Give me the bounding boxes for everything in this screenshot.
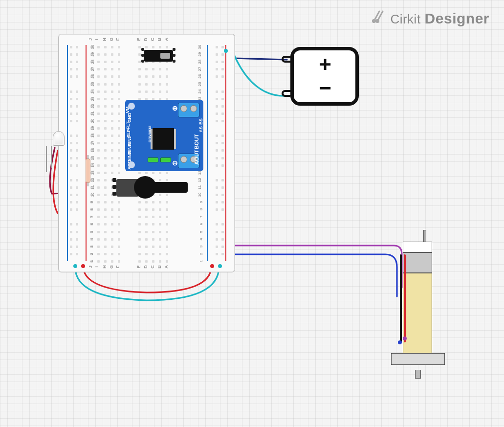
potentiometer[interactable] bbox=[116, 176, 189, 199]
led-anode-leg bbox=[46, 146, 47, 172]
bb-row-num: 30 bbox=[198, 45, 202, 49]
bb-col-letter: D bbox=[144, 265, 148, 269]
drv8833-driver-board[interactable]: /* decorative only */ VM GND FLT SLP BIN… bbox=[125, 100, 203, 171]
bb-col-letter: I bbox=[95, 266, 99, 268]
bb-row-num: 8 bbox=[199, 208, 203, 210]
bb-row-num: 6 bbox=[199, 223, 203, 225]
bb-col-letter: I bbox=[95, 39, 99, 40]
bb-row-num: 23 bbox=[91, 96, 95, 101]
bb-row-num: 27 bbox=[91, 67, 95, 71]
rail-node-teal bbox=[224, 49, 228, 53]
bb-col-letter: B bbox=[157, 265, 162, 269]
bb-col-letter: H bbox=[103, 38, 107, 41]
bb-col-letter: C bbox=[151, 265, 155, 269]
rail-node-red-l bbox=[81, 264, 85, 268]
bb-row-num: 16 bbox=[91, 148, 95, 153]
bb-row-num: 7 bbox=[199, 216, 203, 218]
bb-row-num: 7 bbox=[90, 216, 94, 218]
bb-row-num: 13 bbox=[91, 170, 95, 175]
rail-node-red-b bbox=[210, 264, 214, 268]
battery-plus-icon: + bbox=[319, 54, 331, 75]
bb-row-num: 27 bbox=[198, 67, 202, 71]
bb-row-num: 2 bbox=[199, 253, 203, 255]
bus-rail-gnd-left bbox=[67, 45, 68, 261]
bb-row-num: 5 bbox=[90, 230, 94, 232]
drv-pin-aout: AOUT bbox=[194, 150, 199, 165]
bb-col-letter: J bbox=[88, 266, 93, 268]
bb-row-num: 8 bbox=[90, 208, 94, 210]
bb-row-num: 11 bbox=[198, 185, 202, 190]
bb-row-num: 29 bbox=[198, 52, 202, 57]
bb-col-letter: G bbox=[110, 38, 114, 41]
led-cathode-leg bbox=[51, 146, 52, 168]
motor-lead-black bbox=[400, 254, 402, 342]
bb-col-letter: J bbox=[88, 38, 93, 41]
bb-col-letter: F bbox=[116, 266, 120, 269]
bb-row-num: 20 bbox=[91, 119, 95, 123]
rail-node-teal-l bbox=[73, 264, 77, 268]
bb-row-num: 9 bbox=[199, 201, 203, 203]
bb-row-num: 11 bbox=[91, 185, 95, 190]
battery-terminal-neg bbox=[282, 90, 290, 97]
drv8833-chip bbox=[153, 128, 174, 150]
drv-pin-flt: FLT bbox=[126, 122, 131, 130]
bb-col-letter: C bbox=[151, 38, 155, 41]
bb-col-letter: E bbox=[137, 265, 141, 268]
drv-pin-as: AS bbox=[199, 126, 203, 133]
bb-row-num: 1 bbox=[90, 260, 94, 262]
bb-col-letter: E bbox=[137, 38, 141, 41]
bb-row-num: 24 bbox=[198, 89, 202, 93]
rail-node-teal-b bbox=[218, 264, 222, 268]
battery-minus-icon: − bbox=[319, 77, 331, 99]
bb-col-letter: D bbox=[144, 38, 148, 41]
bb-row-num: 10 bbox=[198, 193, 202, 197]
battery[interactable]: + − bbox=[290, 47, 360, 106]
vm-terminal-block bbox=[178, 103, 199, 117]
bb-row-num: 28 bbox=[198, 60, 202, 64]
bb-row-num: 26 bbox=[91, 74, 95, 79]
bb-row-num: 14 bbox=[91, 163, 95, 167]
term-minus: ⊖ bbox=[172, 159, 178, 166]
slide-switch[interactable] bbox=[143, 46, 174, 66]
bb-col-letter: B bbox=[157, 38, 162, 41]
bb-row-num: 18 bbox=[91, 134, 95, 138]
bb-row-num: 3 bbox=[90, 246, 94, 247]
term-plus: ⊕ bbox=[172, 105, 178, 112]
bb-row-num: 5 bbox=[199, 230, 203, 232]
bb-row-num: 17 bbox=[91, 141, 95, 145]
bb-row-num: 22 bbox=[91, 104, 95, 108]
bus-rail-vcc-right bbox=[225, 45, 226, 261]
bb-col-letter: H bbox=[103, 265, 107, 269]
bb-row-num: 2 bbox=[90, 253, 94, 255]
drv-pin-bs: BS bbox=[199, 118, 203, 125]
gear-motor[interactable] bbox=[388, 238, 447, 374]
bb-row-num: 10 bbox=[91, 193, 95, 197]
battery-terminal-pos bbox=[282, 56, 290, 63]
bb-row-num: 26 bbox=[198, 74, 202, 79]
bb-row-num: 25 bbox=[198, 82, 202, 86]
bb-row-num: 25 bbox=[91, 82, 95, 86]
led-bulb bbox=[53, 131, 65, 146]
bb-row-num: 4 bbox=[199, 238, 203, 240]
resistor[interactable] bbox=[86, 158, 90, 183]
bb-col-letter: A bbox=[164, 38, 169, 41]
bb-row-num: 12 bbox=[198, 178, 202, 182]
bb-row-num: 24 bbox=[91, 89, 95, 93]
bb-row-num: 15 bbox=[91, 156, 95, 160]
drv-chip-label: DRV8833 bbox=[148, 126, 152, 143]
led[interactable] bbox=[43, 131, 65, 175]
motor-lead-red bbox=[404, 254, 406, 342]
bb-row-num: 9 bbox=[90, 201, 94, 203]
bb-row-num: 6 bbox=[90, 223, 94, 225]
bb-row-num: 29 bbox=[91, 52, 95, 57]
bb-row-num: 1 bbox=[199, 260, 203, 262]
bb-row-num: 19 bbox=[91, 126, 95, 131]
bb-col-letter: G bbox=[110, 265, 114, 269]
bb-row-num: 12 bbox=[91, 178, 95, 182]
drv-pin-bout: BOUT bbox=[194, 134, 199, 149]
bb-row-num: 28 bbox=[91, 60, 95, 64]
bb-row-num: 4 bbox=[90, 238, 94, 240]
bb-col-letter: A bbox=[164, 265, 169, 269]
bb-row-num: 21 bbox=[91, 111, 95, 115]
bb-row-num: 3 bbox=[199, 246, 203, 247]
